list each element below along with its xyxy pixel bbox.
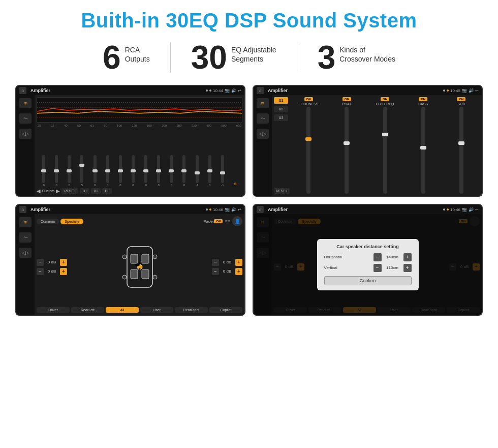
eq-track-10[interactable] — [157, 155, 160, 183]
fader-minus-1[interactable]: − — [37, 259, 44, 266]
eq-u3-button[interactable]: U3 — [102, 188, 112, 194]
back-icon-2[interactable]: ↩ — [475, 88, 479, 93]
eq-icon-1[interactable]: ≋ — [19, 98, 32, 108]
status-bar-2: Amplifier 10:45 📷 🔊 ↩ — [254, 86, 482, 95]
home-icon-2[interactable] — [257, 87, 264, 94]
eq-main: 25 32 40 50 63 80 100 125 160 200 250 32… — [35, 95, 244, 196]
btn-all[interactable]: All — [106, 307, 139, 313]
status-dot-7 — [443, 208, 445, 211]
fader-avatar-icon: 👤 — [232, 216, 242, 226]
btn-rearleft[interactable]: RearLeft — [71, 307, 104, 313]
sub-label: SUB — [458, 102, 465, 106]
screen-amp: Amplifier 10:45 📷 🔊 ↩ ≋ 〜 ◁▷ — [253, 85, 483, 197]
fader-db-row-4: − 0 dB + — [212, 268, 242, 275]
fader-minus-4[interactable]: − — [212, 268, 219, 275]
speaker-icon-3[interactable]: ◁▷ — [19, 248, 32, 258]
confirm-button[interactable]: Confirm — [324, 276, 412, 285]
back-icon-3[interactable]: ↩ — [238, 207, 241, 212]
amp-reset-button[interactable]: RESET — [274, 188, 290, 194]
eq-slider-11: 0 — [165, 155, 177, 187]
status-dot-2 — [209, 89, 211, 92]
btn-copilot[interactable]: Copilot — [209, 307, 242, 313]
eq-icon-3[interactable]: ≋ — [19, 217, 32, 227]
dialog-title: Car speaker distance setting — [324, 244, 412, 249]
back-icon-1[interactable]: ↩ — [238, 88, 241, 93]
home-icon-4[interactable] — [257, 206, 264, 213]
eq-track-12[interactable] — [182, 155, 185, 183]
eq-track-7[interactable] — [119, 155, 122, 183]
eq-track-15[interactable] — [221, 155, 224, 183]
eq-track-4[interactable] — [80, 155, 83, 183]
amp-u2-preset[interactable]: U2 — [274, 106, 288, 112]
cutfreq-slider[interactable] — [383, 107, 387, 194]
status-dot-3 — [443, 89, 445, 92]
wave-icon-3[interactable]: 〜 — [19, 232, 32, 243]
tab-specialty-3[interactable]: Specialty — [60, 219, 83, 224]
eq-track-9[interactable] — [144, 155, 147, 183]
eq-icon-2[interactable]: ≋ — [257, 98, 269, 108]
stat-number-eq: 30 — [191, 41, 227, 74]
fader-db-val-4: 0 dB — [220, 269, 234, 274]
speaker-icon-2[interactable]: ◁▷ — [257, 129, 269, 139]
vertical-minus-button[interactable]: − — [374, 264, 382, 272]
freq-80: 80 — [104, 124, 107, 127]
btn-driver[interactable]: Driver — [37, 307, 70, 313]
speaker-icon-1[interactable]: ◁▷ — [19, 129, 32, 139]
screen-dialog: Amplifier 10:46 📷 🔊 ↩ ≋ 〜 ◁▷ — [253, 204, 483, 316]
eq-track-8[interactable] — [132, 155, 135, 183]
sub-slider[interactable] — [459, 107, 463, 194]
eq-next-button[interactable]: ▶ — [56, 188, 60, 194]
eq-track-2[interactable] — [55, 155, 58, 183]
horizontal-minus-button[interactable]: − — [374, 253, 382, 261]
fader-plus-2[interactable]: + — [60, 268, 67, 275]
stats-row: 6 RCAOutputs 30 EQ AdjustableSegments 3 … — [15, 41, 483, 74]
svg-point-13 — [122, 275, 127, 279]
fader-plus-3[interactable]: + — [235, 259, 242, 266]
fader-minus-2[interactable]: − — [37, 268, 44, 275]
horizontal-value: 140cm — [384, 255, 401, 259]
horizontal-plus-button[interactable]: + — [403, 253, 412, 261]
eq-slider-10: 0 — [152, 155, 165, 187]
fader-minus-3[interactable]: − — [212, 259, 219, 266]
amp-channel-sub: ON SUB — [443, 97, 480, 194]
eq-track-5[interactable] — [94, 155, 97, 183]
freq-63: 63 — [90, 124, 94, 127]
home-icon-3[interactable] — [19, 206, 26, 213]
bass-slider[interactable] — [421, 107, 425, 194]
eq-u2-button[interactable]: U2 — [91, 188, 101, 194]
tab-common-3[interactable]: Common — [37, 219, 59, 224]
status-bar-1: Amplifier 10:44 📷 🔊 ↩ — [16, 86, 244, 95]
wave-icon-2[interactable]: 〜 — [257, 113, 269, 124]
eq-track-6[interactable] — [106, 155, 109, 183]
fader-plus-4[interactable]: + — [235, 268, 242, 275]
status-title-1: Amplifier — [30, 88, 204, 93]
eq-track-3[interactable] — [68, 155, 71, 183]
main-title: Buith-in 30EQ DSP Sound System — [15, 9, 483, 32]
status-dot-1 — [206, 89, 208, 92]
fader-plus-1[interactable]: + — [60, 259, 67, 266]
wave-icon-1[interactable]: 〜 — [19, 113, 32, 124]
eq-prev-button[interactable]: ◀ — [37, 188, 41, 194]
eq-track-1[interactable] — [42, 155, 45, 183]
amp-u3-preset[interactable]: U3 — [274, 114, 288, 121]
back-icon-4[interactable]: ↩ — [475, 207, 479, 212]
freq-320: 320 — [192, 124, 197, 127]
eq-slider-1: 0 — [38, 155, 50, 187]
phat-slider[interactable] — [345, 107, 349, 194]
status-time-2: 10:45 — [450, 88, 460, 93]
btn-rearright[interactable]: RearRight — [175, 307, 208, 313]
eq-track-13[interactable] — [196, 155, 199, 183]
vertical-plus-button[interactable]: + — [403, 264, 412, 272]
eq-track-14[interactable] — [208, 155, 211, 183]
loudness-slider[interactable] — [306, 107, 310, 194]
eq-u1-button[interactable]: U1 — [80, 188, 89, 194]
fader-db-row-3: − 0 dB + — [212, 259, 242, 266]
btn-user[interactable]: User — [140, 307, 173, 313]
eq-reset-button[interactable]: RESET — [61, 188, 78, 194]
eq-track-11[interactable] — [170, 155, 173, 183]
home-icon-1[interactable] — [19, 87, 26, 94]
status-time-1: 10:44 — [213, 88, 223, 93]
camera-icon-4: 📷 — [462, 207, 467, 212]
amp-u1-preset[interactable]: U1 — [274, 97, 288, 104]
eq-controls-bar: ◀ Custom ▶ RESET U1 U2 U3 — [37, 188, 242, 194]
